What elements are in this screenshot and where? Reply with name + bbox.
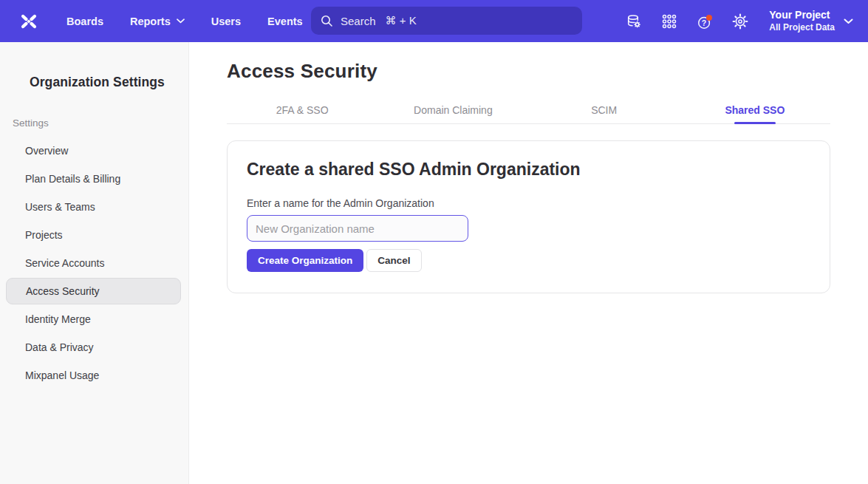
- tab-shared-sso[interactable]: Shared SSO: [680, 94, 830, 123]
- sidebar-item-projects[interactable]: Projects: [0, 221, 188, 249]
- sidebar-item-service-accounts[interactable]: Service Accounts: [0, 249, 188, 277]
- data-management-icon[interactable]: [626, 13, 642, 30]
- nav-reports-label: Reports: [130, 16, 171, 27]
- main-content: Access Security 2FA & SSO Domain Claimin…: [190, 42, 868, 484]
- settings-sidebar: Organization Settings Settings Overview …: [0, 42, 189, 484]
- page-title: Access Security: [227, 60, 830, 83]
- sidebar-item-mixpanel-usage[interactable]: Mixpanel Usage: [0, 361, 188, 389]
- sidebar-item-identity-merge[interactable]: Identity Merge: [0, 305, 188, 333]
- settings-gear-icon[interactable]: [732, 13, 748, 30]
- org-name-field-label: Enter a name for the Admin Organization: [247, 197, 806, 209]
- sidebar-item-plan-details-billing[interactable]: Plan Details & Billing: [0, 165, 188, 193]
- search-input[interactable]: Search ⌘ + K: [311, 7, 582, 35]
- sidebar-item-users-teams[interactable]: Users & Teams: [0, 193, 188, 221]
- sidebar-item-data-privacy[interactable]: Data & Privacy: [0, 333, 188, 361]
- primary-nav: Boards Reports Users Events: [66, 16, 303, 27]
- card-actions: Create Organization Cancel: [247, 249, 806, 272]
- project-name: Your Project: [769, 9, 835, 22]
- search-shortcut-hint: ⌘ + K: [386, 14, 417, 27]
- search-icon: [321, 15, 333, 27]
- tab-domain-claiming[interactable]: Domain Claiming: [377, 94, 528, 123]
- card-title: Create a shared SSO Admin Organization: [247, 160, 806, 180]
- nav-reports[interactable]: Reports: [130, 16, 185, 27]
- nav-events[interactable]: Events: [267, 16, 303, 27]
- tab-bar: 2FA & SSO Domain Claiming SCIM Shared SS…: [227, 94, 830, 124]
- help-question-glyph: ?: [702, 18, 706, 27]
- cancel-button[interactable]: Cancel: [366, 249, 421, 272]
- tab-scim[interactable]: SCIM: [529, 94, 680, 123]
- notification-badge: [706, 15, 712, 21]
- nav-boards[interactable]: Boards: [66, 16, 103, 27]
- tab-2fa-sso[interactable]: 2FA & SSO: [227, 94, 377, 123]
- sidebar-item-overview[interactable]: Overview: [0, 137, 188, 165]
- apps-grid-icon[interactable]: [661, 13, 677, 30]
- mixpanel-logo-icon[interactable]: [18, 10, 40, 33]
- project-scope: All Project Data: [769, 22, 835, 33]
- create-organization-button[interactable]: Create Organization: [247, 249, 363, 272]
- sidebar-item-access-security[interactable]: Access Security: [6, 278, 181, 304]
- sidebar-title: Organization Settings: [30, 75, 188, 90]
- topbar-right-cluster: ? Your Proj: [626, 9, 853, 33]
- chevron-down-icon: [177, 18, 185, 24]
- sidebar-section-label: Settings: [13, 117, 188, 129]
- chevron-down-icon: [844, 18, 853, 24]
- nav-users[interactable]: Users: [211, 16, 241, 27]
- sidebar-items: Overview Plan Details & Billing Users & …: [0, 137, 188, 389]
- top-navbar: Boards Reports Users Events Search ⌘ + K: [0, 0, 868, 42]
- project-selector[interactable]: Your Project All Project Data: [769, 9, 853, 33]
- help-icon[interactable]: ?: [697, 13, 713, 30]
- search-placeholder: Search: [341, 15, 376, 27]
- organization-name-input[interactable]: [247, 215, 468, 242]
- create-sso-admin-org-card: Create a shared SSO Admin Organization E…: [227, 140, 830, 293]
